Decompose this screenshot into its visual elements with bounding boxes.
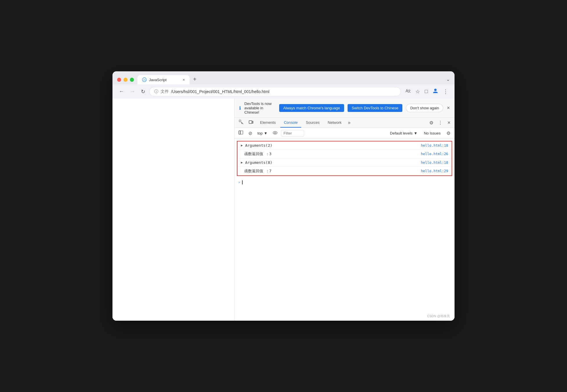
profile-icon[interactable]: [431, 87, 440, 96]
active-tab[interactable]: JS JavaScript ×: [137, 75, 190, 84]
watermark: CSDN @韩珠亮: [427, 314, 450, 318]
svg-rect-5: [239, 120, 241, 122]
svg-point-12: [273, 131, 277, 134]
console-filter-input[interactable]: [281, 130, 304, 137]
tab-arrow-icon[interactable]: ⌄: [446, 77, 450, 84]
maximize-button[interactable]: [130, 78, 134, 82]
devtools-panel: ℹ DevTools is now available in Chinese! …: [234, 99, 455, 321]
svg-rect-7: [249, 121, 252, 124]
minimize-button[interactable]: [123, 78, 128, 82]
console-prompt-icon: ›: [238, 180, 240, 184]
console-clear-icon[interactable]: ⊘: [247, 129, 254, 137]
tabs-area: JS JavaScript × + ⌄: [137, 75, 450, 84]
console-row-text-2: 函数返回值 ：3: [244, 151, 421, 157]
console-row-1: ▶ Arguments(2) hello.html:18: [237, 141, 452, 150]
menu-icon[interactable]: ⋮: [441, 87, 450, 96]
console-row-text-3: Arguments(8): [245, 160, 421, 165]
devtools-settings-icon[interactable]: ⚙: [428, 118, 435, 127]
console-settings-icon[interactable]: ⚙: [445, 129, 452, 137]
console-link-4[interactable]: hello.html:29: [421, 169, 448, 173]
tab-network[interactable]: Network: [324, 118, 345, 128]
console-row-2: 函数返回值 ：3 hello.html:26: [237, 150, 452, 159]
notification-info-icon: ℹ: [239, 105, 241, 111]
svg-text:文: 文: [408, 89, 411, 93]
reload-button[interactable]: ↻: [139, 87, 147, 96]
tab-console[interactable]: Console: [280, 118, 301, 128]
devtools-menu-icon[interactable]: ⋮: [436, 118, 444, 127]
toolbar-actions: A 文 ☆ □ ⋮: [403, 87, 450, 96]
notification-close-button[interactable]: ×: [447, 105, 450, 111]
default-levels-label: Default levels: [390, 131, 412, 135]
console-row-4: 函数返回值 ：7 hello.html:29: [237, 167, 452, 175]
tab-icon: JS: [142, 77, 147, 82]
browser-window: JS JavaScript × + ⌄ ← → ↻ ⓘ 文件 /Users/hs…: [112, 71, 455, 321]
address-url: /Users/hsl/001_Project/001_HTML/html_001…: [171, 89, 396, 94]
translate-icon[interactable]: A 文: [403, 87, 412, 96]
forward-button[interactable]: →: [128, 87, 137, 96]
console-link-3[interactable]: hello.html:18: [421, 161, 448, 165]
browser-toolbar: ← → ↻ ⓘ 文件 /Users/hsl/001_Project/001_HT…: [112, 84, 455, 99]
address-file-label: 文件: [161, 89, 169, 94]
default-levels-arrow-icon: ▼: [414, 131, 417, 135]
console-link-2[interactable]: hello.html:26: [421, 152, 448, 156]
new-tab-button[interactable]: +: [191, 75, 199, 84]
console-output-highlighted: ▶ Arguments(2) hello.html:18 函数返回值 ：3 he…: [237, 141, 452, 176]
console-context-arrow-icon: ▼: [264, 131, 268, 135]
devtools-tabs: Elements Console Sources Network » ⚙ ⋮ ×: [235, 118, 455, 128]
notification-text: DevTools is now available in Chinese!: [244, 101, 276, 115]
address-info-icon: ⓘ: [154, 89, 158, 94]
tab-close-button[interactable]: ×: [183, 77, 185, 82]
console-row-3: ▶ Arguments(8) hello.html:18: [237, 159, 452, 167]
console-row-text-4: 函数返回值 ：7: [244, 168, 421, 174]
svg-rect-11: [239, 131, 243, 134]
svg-point-4: [434, 89, 437, 91]
svg-point-13: [274, 132, 276, 134]
devtools-notification: ℹ DevTools is now available in Chinese! …: [235, 99, 455, 118]
svg-rect-9: [239, 131, 240, 134]
devtools-close-button[interactable]: ×: [446, 118, 452, 128]
page-content: [112, 99, 234, 321]
svg-text:JS: JS: [143, 79, 146, 81]
console-link-1[interactable]: hello.html:18: [421, 144, 448, 148]
console-eye-icon[interactable]: [271, 129, 279, 137]
tab-title: JavaScript: [149, 78, 167, 82]
main-content: ℹ DevTools is now available in Chinese! …: [112, 99, 455, 321]
console-sidebar-icon[interactable]: [237, 129, 245, 137]
back-button[interactable]: ←: [117, 87, 126, 96]
title-bar: JS JavaScript × + ⌄: [112, 71, 455, 84]
tab-elements[interactable]: Elements: [257, 118, 279, 128]
default-levels-button[interactable]: Default levels ▼: [388, 130, 420, 137]
console-row-text-1: Arguments(2): [245, 143, 421, 148]
close-button[interactable]: [117, 78, 121, 82]
expand-arrow-icon-1[interactable]: ▶: [241, 144, 243, 147]
switch-to-chinese-button[interactable]: Switch DevTools to Chinese: [348, 104, 402, 112]
console-input-row[interactable]: ›: [235, 178, 455, 186]
dont-show-again-button[interactable]: Don't show again: [406, 104, 443, 112]
expand-arrow-icon-2[interactable]: ▶: [241, 161, 243, 164]
console-toolbar: ⊘ top ▼ Default levels: [235, 128, 455, 139]
element-picker-icon[interactable]: [237, 118, 246, 128]
svg-rect-8: [252, 121, 253, 123]
traffic-lights: [117, 78, 134, 82]
console-context-selector[interactable]: top ▼: [256, 130, 269, 136]
more-tabs-button[interactable]: »: [346, 118, 352, 127]
no-issues-label: No Issues: [421, 130, 443, 137]
console-cursor: [242, 180, 243, 184]
console-content: ▶ Arguments(2) hello.html:18 函数返回值 ：3 he…: [235, 139, 455, 321]
device-mode-icon[interactable]: [247, 118, 255, 128]
tab-sources[interactable]: Sources: [302, 118, 323, 128]
page-area: ℹ DevTools is now available in Chinese! …: [112, 99, 455, 321]
always-match-language-button[interactable]: Always match Chrome's language: [279, 104, 344, 112]
bookmark-icon[interactable]: ☆: [414, 87, 422, 96]
reader-mode-icon[interactable]: □: [423, 87, 430, 96]
console-context-label: top: [257, 131, 263, 135]
address-bar[interactable]: ⓘ 文件 /Users/hsl/001_Project/001_HTML/htm…: [149, 87, 401, 96]
